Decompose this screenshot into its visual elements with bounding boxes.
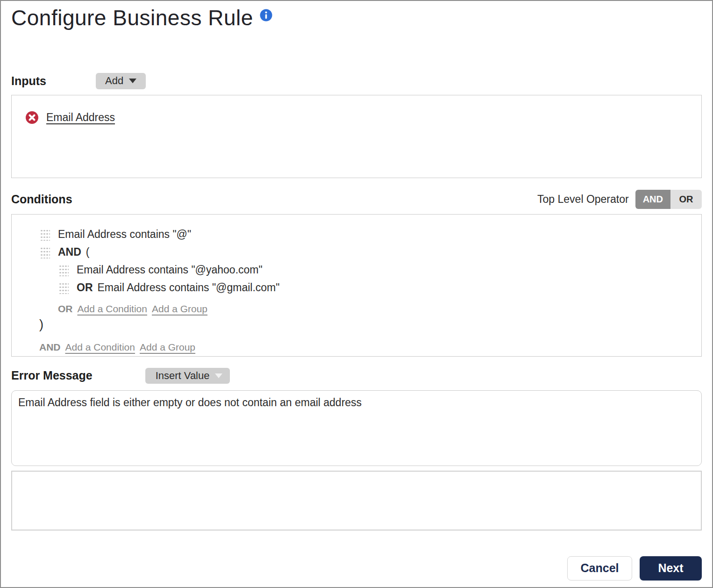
group-open-paren: ( bbox=[86, 246, 90, 258]
drag-handle-icon[interactable] bbox=[40, 228, 50, 241]
error-message-input[interactable]: Email Address field is either empty or d… bbox=[11, 390, 702, 466]
insert-value-button-label: Insert Value bbox=[156, 370, 210, 382]
next-button[interactable]: Next bbox=[640, 556, 702, 581]
operator-toggle-or[interactable]: OR bbox=[670, 190, 702, 209]
add-condition-link[interactable]: Add a Condition bbox=[78, 303, 147, 315]
chevron-down-icon bbox=[129, 79, 136, 83]
drag-handle-icon[interactable] bbox=[58, 264, 69, 276]
condition-text: Email Address contains "@" bbox=[58, 228, 191, 241]
add-condition-link[interactable]: Add a Condition bbox=[65, 342, 135, 353]
add-group-link[interactable]: Add a Group bbox=[152, 303, 207, 315]
configure-business-rule-dialog: Configure Business Rule Inputs Add Em bbox=[0, 0, 713, 588]
outer-add-operator: AND bbox=[39, 342, 61, 353]
add-input-button-label: Add bbox=[105, 75, 123, 87]
top-level-operator-control: Top Level Operator AND OR bbox=[537, 190, 702, 209]
conditions-panel: Email Address contains "@" AND ( Email A… bbox=[11, 214, 702, 357]
chevron-down-icon bbox=[215, 373, 222, 378]
condition-operator: OR bbox=[77, 281, 93, 294]
error-message-header: Error Message Insert Value bbox=[11, 368, 702, 384]
cancel-button[interactable]: Cancel bbox=[567, 556, 632, 581]
drag-handle-icon[interactable] bbox=[40, 246, 50, 258]
inner-add-operator: OR bbox=[58, 303, 73, 315]
condition-group-row: AND ( bbox=[40, 244, 692, 261]
inputs-panel: Email Address bbox=[11, 95, 702, 178]
condition-row: Email Address contains "@yahoo.com" bbox=[58, 261, 692, 279]
conditions-header: Conditions Top Level Operator AND OR bbox=[11, 190, 702, 209]
add-input-button[interactable]: Add bbox=[96, 73, 146, 89]
input-email-address-link[interactable]: Email Address bbox=[46, 111, 115, 124]
dialog-header: Configure Business Rule bbox=[11, 5, 702, 32]
inputs-label: Inputs bbox=[11, 74, 46, 88]
info-icon[interactable] bbox=[260, 9, 272, 23]
dialog-footer: Cancel Next bbox=[11, 556, 702, 581]
condition-text: Email Address contains "@gmail.com" bbox=[98, 281, 280, 294]
outer-add-row: AND Add a Condition Add a Group bbox=[39, 342, 692, 353]
drag-handle-icon[interactable] bbox=[58, 281, 69, 294]
error-message-label: Error Message bbox=[11, 369, 93, 382]
condition-row: OR Email Address contains "@gmail.com" bbox=[58, 279, 692, 297]
insert-value-button[interactable]: Insert Value bbox=[145, 368, 230, 384]
top-level-operator-label: Top Level Operator bbox=[537, 193, 629, 206]
add-group-link[interactable]: Add a Group bbox=[140, 342, 195, 353]
page-title: Configure Business Rule bbox=[11, 5, 253, 32]
secondary-message-box[interactable] bbox=[11, 471, 702, 531]
inner-add-row: OR Add a Condition Add a Group bbox=[58, 303, 692, 315]
delete-input-icon[interactable] bbox=[26, 111, 38, 124]
operator-toggle: AND OR bbox=[635, 190, 702, 209]
condition-operator: AND bbox=[58, 246, 81, 258]
input-item-email-address: Email Address bbox=[26, 111, 692, 124]
condition-row: Email Address contains "@" bbox=[40, 226, 692, 244]
condition-text: Email Address contains "@yahoo.com" bbox=[77, 264, 263, 276]
operator-toggle-and[interactable]: AND bbox=[635, 190, 670, 209]
group-close-paren: ) bbox=[39, 317, 692, 334]
conditions-label: Conditions bbox=[11, 193, 72, 206]
inputs-header: Inputs Add bbox=[11, 73, 702, 89]
